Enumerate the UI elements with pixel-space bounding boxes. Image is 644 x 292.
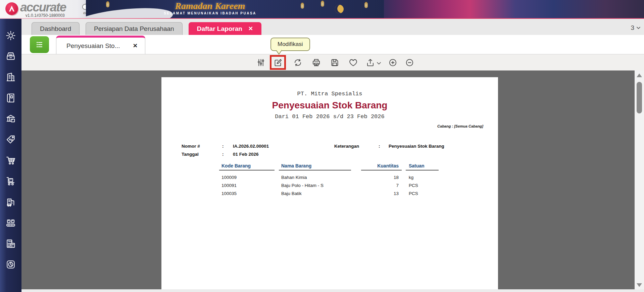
tab-label: Daftar Laporan xyxy=(197,25,242,33)
tab-overflow-count: 3 xyxy=(631,24,634,32)
field-value: Penyesuaian Stok Barang xyxy=(389,144,444,149)
sidebar-item-conveyor-icon[interactable] xyxy=(5,217,16,228)
report-period: Dari 01 Feb 2026 s/d 23 Feb 2026 xyxy=(161,113,498,120)
close-icon[interactable]: ✕ xyxy=(133,42,138,49)
svg-text:Rp: Rp xyxy=(9,138,13,141)
crescent-moon-icon xyxy=(334,3,345,15)
lantern-icon xyxy=(106,2,109,7)
report-toolbar xyxy=(21,54,644,70)
ramadan-banner: Ramadan Kareem SELAMAT MENUNAIKAN IBADAH… xyxy=(86,0,384,18)
tab-bar: Dashboard Persiapan Data Perusahaan Daft… xyxy=(21,19,644,35)
sidebar-item-cash-register-icon[interactable] xyxy=(5,51,16,62)
version-label: v1.0.1#3750-1880003 xyxy=(26,13,65,18)
list-icon xyxy=(35,40,44,49)
modify-edit-icon[interactable] xyxy=(274,58,283,67)
banner-subtitle: SELAMAT MENUNAIKAN IBADAH PUASA xyxy=(126,11,294,15)
sidebar-item-book-icon[interactable] xyxy=(5,93,16,103)
field-value: IA.2026.02.00001 xyxy=(233,144,269,149)
column-header: Satuan xyxy=(406,163,439,171)
report-list-button[interactable] xyxy=(30,36,49,53)
sidebar: Rp TAX xyxy=(0,19,21,292)
report-viewer: PT. Mitra Spesialis Penyesuaian Stok Bar… xyxy=(21,70,635,289)
sidebar-item-office-building-icon[interactable] xyxy=(5,72,16,83)
sidebar-item-price-tag-rp-icon[interactable]: Rp xyxy=(5,134,16,145)
column-header: Kuantitas xyxy=(361,163,402,171)
tab-daftar-laporan[interactable]: Daftar Laporan ✕ xyxy=(189,22,261,35)
export-icon[interactable] xyxy=(366,58,375,67)
zoom-out-icon[interactable] xyxy=(405,58,414,67)
table-cell: 13 xyxy=(361,190,402,198)
vertical-scrollbar[interactable] xyxy=(635,70,644,289)
table-cell: Bahan Kimia xyxy=(279,174,351,182)
scrollbar-thumb[interactable] xyxy=(637,82,642,113)
field-value: 01 Feb 2026 xyxy=(233,152,259,157)
column-header: Nama Barang xyxy=(279,163,351,171)
app-header: accurate online v1.0.1#3750-1880003 Rama… xyxy=(0,0,644,18)
table-column-nama-barang: Nama Barang Bahan Kimia Baju Polo - Hita… xyxy=(279,163,351,198)
report-page: PT. Mitra Spesialis Penyesuaian Stok Bar… xyxy=(161,77,498,289)
table-cell: PCS xyxy=(406,190,439,198)
sidebar-item-pie-report-icon[interactable] xyxy=(5,259,16,270)
scroll-up-arrow[interactable] xyxy=(637,74,642,77)
field-label: Nomor # xyxy=(182,144,200,149)
svg-text:TAX: TAX xyxy=(8,240,12,243)
sidebar-item-shopping-cart-icon[interactable] xyxy=(5,155,16,166)
refresh-icon[interactable] xyxy=(293,58,302,67)
filter-icon[interactable] xyxy=(256,58,265,67)
sidebar-item-hand-truck-icon[interactable] xyxy=(5,176,16,187)
report-tab-bar: Penyesuaian Sto... ✕ xyxy=(21,35,644,54)
table-column-kode-barang: Kode Barang 100009 100091 100035 xyxy=(219,163,275,198)
table-cell: 100035 xyxy=(219,190,275,198)
close-icon[interactable]: ✕ xyxy=(248,25,253,32)
field-label: Keterangan xyxy=(334,144,359,149)
chevron-down-icon xyxy=(636,27,641,30)
sidebar-item-gear-icon[interactable] xyxy=(5,30,16,41)
table-cell: 100091 xyxy=(219,182,275,190)
app-window: accurate online v1.0.1#3750-1880003 Rama… xyxy=(0,0,644,292)
banner-title: Ramadan Kareem xyxy=(126,1,294,11)
field-colon: : xyxy=(379,144,380,149)
tooltip-modifikasi: Modifikasi xyxy=(270,38,310,51)
tab-label: Persiapan Data Perusahaan xyxy=(94,25,174,33)
field-colon: : xyxy=(222,144,224,149)
logo-wordmark: accurate xyxy=(20,0,66,14)
lantern-icon xyxy=(364,3,368,8)
tab-overflow-dropdown[interactable]: 3 xyxy=(631,24,641,32)
table-cell: 7 xyxy=(361,182,402,190)
field-label: Tanggal xyxy=(182,152,199,157)
table-cell: 18 xyxy=(361,174,402,182)
table-column-kuantitas: Kuantitas 18 7 13 xyxy=(361,163,402,198)
table-cell: Baju Batik xyxy=(279,190,351,198)
sidebar-item-bank-box-icon[interactable] xyxy=(5,113,16,124)
accurate-logo-icon[interactable] xyxy=(5,2,18,15)
print-icon[interactable] xyxy=(312,58,321,67)
export-chevron-down-icon[interactable] xyxy=(377,60,386,69)
report-branch: Cabang : [Semua Cabang] xyxy=(437,124,483,128)
report-title: Penyesuaian Stok Barang xyxy=(161,100,498,111)
field-colon: : xyxy=(222,152,224,157)
sidebar-item-building-vehicle-icon[interactable] xyxy=(5,197,16,207)
subtab-penyesuaian-stok[interactable]: Penyesuaian Sto... ✕ xyxy=(56,36,145,54)
save-icon[interactable] xyxy=(330,58,339,67)
table-column-satuan: Satuan kg PCS PCS xyxy=(406,163,439,198)
tab-label: Dashboard xyxy=(40,25,71,33)
table-cell: 100009 xyxy=(219,174,275,182)
lantern-icon xyxy=(301,3,304,9)
table-cell: kg xyxy=(406,174,439,182)
zoom-in-icon[interactable] xyxy=(388,58,397,67)
scroll-down-arrow[interactable] xyxy=(637,283,642,287)
lantern-icon xyxy=(321,1,324,7)
table-cell: PCS xyxy=(406,182,439,190)
tab-persiapan-data-perusahaan[interactable]: Persiapan Data Perusahaan xyxy=(86,22,183,35)
sidebar-item-tax-calculator-icon[interactable]: TAX xyxy=(5,238,16,249)
horizontal-scrollbar-track[interactable] xyxy=(21,289,644,292)
column-header: Kode Barang xyxy=(219,163,275,171)
favorite-heart-icon[interactable] xyxy=(349,58,358,67)
tab-dashboard[interactable]: Dashboard xyxy=(32,22,80,35)
report-company: PT. Mitra Spesialis xyxy=(161,91,498,97)
subtab-label: Penyesuaian Sto... xyxy=(66,42,133,50)
table-cell: Baju Polo - Hitam - S xyxy=(279,182,351,190)
